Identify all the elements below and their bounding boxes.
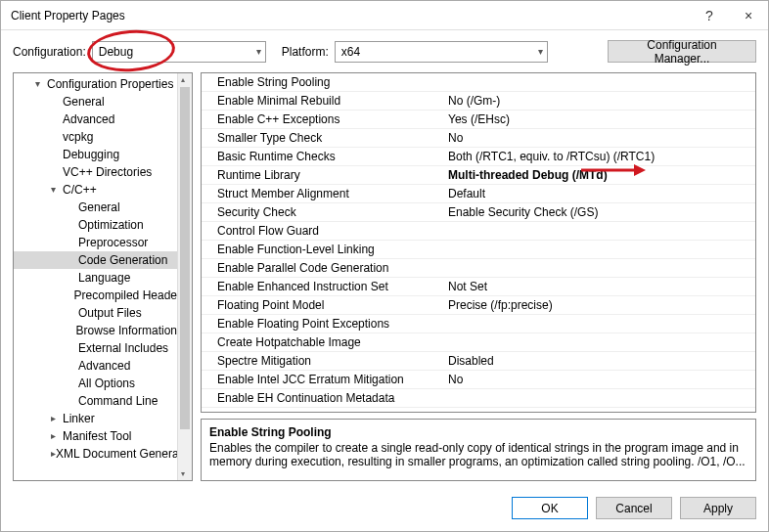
tree-node-label: vcpkg (63, 130, 93, 144)
property-value[interactable]: Yes (/EHsc) (432, 112, 755, 126)
property-row[interactable]: Runtime LibraryMulti-threaded Debug (/MT… (202, 166, 755, 185)
scroll-down-icon[interactable]: ▾ (181, 469, 185, 478)
config-toolbar: Configuration: Debug Platform: x64 Confi… (1, 30, 768, 72)
property-row[interactable]: Enable Intel JCC Erratum MitigationNo (202, 371, 755, 389)
tree-node[interactable]: General (14, 199, 177, 216)
tree-node[interactable]: Advanced (14, 357, 177, 375)
titlebar: Client Property Pages ? × (1, 1, 768, 30)
property-value[interactable]: No (432, 373, 755, 386)
property-name: Floating Point Model (202, 298, 432, 312)
property-row[interactable]: Enable C++ ExceptionsYes (/EHsc) (202, 111, 755, 129)
tree-node[interactable]: Preprocessor (14, 234, 177, 251)
tree-node-label: Preprocessor (78, 236, 148, 249)
tree-node[interactable]: Precompiled Heade (14, 287, 177, 304)
tree-node-label: Advanced (63, 112, 114, 126)
tree-node-label: Language (78, 271, 130, 285)
scroll-up-icon[interactable]: ▴ (181, 75, 185, 84)
expander-icon[interactable]: ▾ (35, 78, 47, 89)
cancel-button[interactable]: Cancel (596, 497, 672, 519)
tree-node[interactable]: Browse Information (14, 322, 177, 339)
tree-node-label: XML Document Genera (56, 447, 177, 461)
property-value[interactable]: Both (/RTC1, equiv. to /RTCsu) (/RTC1) (432, 150, 755, 163)
expander-icon[interactable]: ▸ (51, 430, 63, 441)
property-row[interactable]: Smaller Type CheckNo (202, 129, 755, 148)
configuration-combo[interactable]: Debug (92, 41, 266, 63)
property-row[interactable]: Enable Parallel Code Generation (202, 259, 755, 278)
scrollbar-thumb[interactable] (180, 87, 190, 429)
property-name: Enable String Pooling (202, 75, 432, 89)
tree-node[interactable]: Debugging (14, 146, 177, 163)
property-value[interactable]: Disabled (432, 354, 755, 368)
property-row[interactable]: Basic Runtime ChecksBoth (/RTC1, equiv. … (202, 148, 755, 166)
property-row[interactable]: Enable String Pooling (202, 73, 755, 92)
property-name: Enable C++ Exceptions (202, 112, 432, 126)
tree-node-label: External Includes (78, 341, 168, 355)
close-button[interactable]: × (729, 1, 768, 30)
tree-node[interactable]: vcpkg (14, 128, 177, 146)
tree-node[interactable]: Optimization (14, 216, 177, 234)
property-name: Enable EH Continuation Metadata (202, 391, 432, 405)
property-value[interactable]: Precise (/fp:precise) (432, 298, 755, 312)
tree-node[interactable]: ▸XML Document Genera (14, 445, 177, 463)
property-name: Enable Signed Returns (202, 410, 432, 413)
tree-node-label: Debugging (63, 148, 119, 161)
tree-node[interactable]: ▸Manifest Tool (14, 427, 177, 445)
tree-node[interactable]: Output Files (14, 304, 177, 322)
tree-node[interactable]: General (14, 93, 177, 111)
property-value[interactable]: Multi-threaded Debug (/MTd) (432, 168, 755, 182)
tree-node-label: Precompiled Heade (74, 288, 177, 302)
description-body: Enables the compiler to create a single … (209, 441, 747, 468)
expander-icon[interactable]: ▸ (51, 448, 56, 459)
property-tree[interactable]: ▾Configuration PropertiesGeneralAdvanced… (14, 73, 177, 480)
tree-node[interactable]: VC++ Directories (14, 163, 177, 181)
property-row[interactable]: Enable Minimal RebuildNo (/Gm-) (202, 92, 755, 111)
configuration-value: Debug (99, 45, 133, 59)
property-value[interactable]: Not Set (432, 280, 755, 293)
expander-icon[interactable]: ▸ (51, 413, 63, 423)
tree-node[interactable]: Language (14, 269, 177, 287)
property-value[interactable]: Default (432, 187, 755, 200)
window-title: Client Property Pages (11, 9, 690, 22)
property-name: Struct Member Alignment (202, 187, 432, 200)
tree-node[interactable]: ▸Linker (14, 410, 177, 427)
property-row[interactable]: Enable Floating Point Exceptions (202, 315, 755, 333)
property-row[interactable]: Spectre MitigationDisabled (202, 352, 755, 371)
expander-icon[interactable]: ▾ (51, 184, 63, 195)
tree-node-label: Command Line (78, 394, 158, 408)
tree-node[interactable]: Advanced (14, 111, 177, 128)
property-name: Enable Intel JCC Erratum Mitigation (202, 373, 432, 386)
tree-scrollbar[interactable]: ▴ ▾ (177, 73, 192, 480)
property-row[interactable]: Floating Point ModelPrecise (/fp:precise… (202, 296, 755, 315)
tree-node[interactable]: External Includes (14, 339, 177, 357)
tree-node-label: Code Generation (78, 253, 167, 267)
platform-combo[interactable]: x64 (335, 41, 548, 63)
tree-node[interactable]: Code Generation (14, 251, 177, 269)
property-row[interactable]: Enable Enhanced Instruction SetNot Set (202, 278, 755, 296)
property-row[interactable]: Enable Signed Returns (202, 408, 755, 413)
tree-node[interactable]: Command Line (14, 392, 177, 410)
configuration-manager-button[interactable]: Configuration Manager... (608, 40, 756, 63)
apply-button[interactable]: Apply (680, 497, 756, 519)
tree-node[interactable]: ▾Configuration Properties (14, 75, 177, 93)
property-row[interactable]: Create Hotpatchable Image (202, 333, 755, 352)
property-row[interactable]: Enable Function-Level Linking (202, 241, 755, 259)
property-value[interactable]: No (432, 131, 755, 145)
property-row[interactable]: Security CheckEnable Security Check (/GS… (202, 203, 755, 222)
tree-node-label: Configuration Properties (47, 77, 173, 91)
ok-button[interactable]: OK (512, 497, 588, 519)
help-button[interactable]: ? (690, 1, 729, 30)
property-row[interactable]: Control Flow Guard (202, 222, 755, 241)
tree-node[interactable]: All Options (14, 375, 177, 392)
tree-node[interactable]: ▾C/C++ (14, 181, 177, 199)
property-name: Control Flow Guard (202, 224, 432, 238)
tree-node-label: Output Files (78, 306, 142, 320)
tree-node-label: All Options (78, 377, 135, 390)
property-name: Create Hotpatchable Image (202, 335, 432, 349)
property-row[interactable]: Struct Member AlignmentDefault (202, 185, 755, 203)
property-name: Runtime Library (202, 168, 432, 182)
property-value[interactable]: No (/Gm-) (432, 94, 755, 108)
property-name: Security Check (202, 205, 432, 219)
property-grid[interactable]: Enable String PoolingEnable Minimal Rebu… (201, 72, 756, 413)
property-value[interactable]: Enable Security Check (/GS) (432, 205, 755, 219)
property-row[interactable]: Enable EH Continuation Metadata (202, 389, 755, 408)
